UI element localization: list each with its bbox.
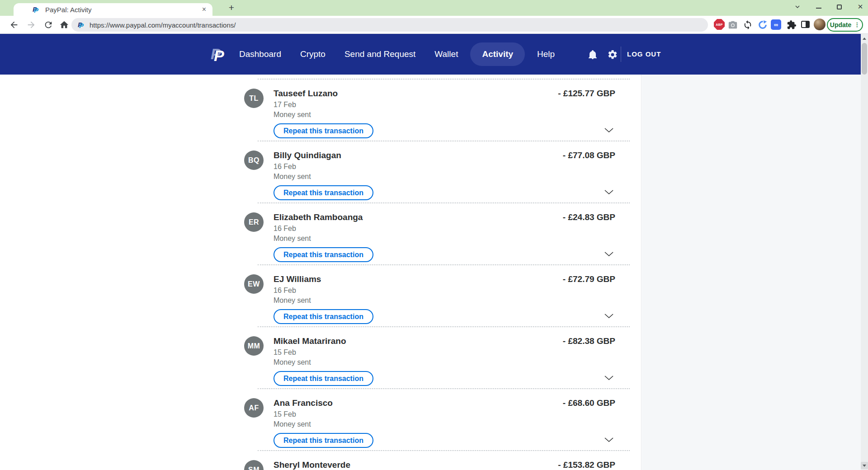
nav-item-activity[interactable]: Activity <box>470 42 525 66</box>
repeat-transaction-button[interactable]: Repeat this transaction <box>274 433 373 448</box>
transaction-date: 16 Feb <box>274 224 641 233</box>
browser-toolbar: PP https://www.paypal.com/myaccount/tran… <box>0 16 868 34</box>
transaction-type: Money sent <box>274 234 641 243</box>
transaction-amount: - £77.08 GBP <box>563 150 615 160</box>
transaction-date: 15 Feb <box>274 348 641 357</box>
maximize-button[interactable] <box>837 5 842 9</box>
repeat-transaction-button[interactable]: Repeat this transaction <box>274 123 373 138</box>
nav-item-dashboard[interactable]: Dashboard <box>230 49 291 59</box>
transaction-amount: - £24.83 GBP <box>563 212 615 222</box>
page-side-background <box>642 75 861 470</box>
back-icon[interactable] <box>9 20 19 30</box>
profile-avatar[interactable] <box>814 19 826 30</box>
transaction-date: 17 Feb <box>274 100 641 109</box>
avatar: MM <box>244 336 264 356</box>
close-window-button[interactable]: ✕ <box>857 4 863 10</box>
avatar: EW <box>244 274 264 294</box>
transaction-type: Money sent <box>274 358 641 367</box>
avatar: BQ <box>244 150 264 170</box>
browser-window: PP PayPal: Activity × + ✕ PP https://www… <box>0 0 868 470</box>
transaction-amount: - £82.38 GBP <box>563 336 615 346</box>
scrollbar-thumb[interactable] <box>862 43 867 75</box>
transaction-date: 16 Feb <box>274 286 641 295</box>
transaction-amount: - £153.82 GBP <box>558 460 615 470</box>
transaction-row: AF Ana Francisco 15 Feb Money sent Repea… <box>0 389 641 450</box>
nav-item-send-and-request[interactable]: Send and Request <box>335 49 425 59</box>
repeat-transaction-button[interactable]: Repeat this transaction <box>274 309 373 324</box>
sync-extension-icon[interactable] <box>743 20 753 30</box>
update-label: Update <box>830 21 851 28</box>
transaction-row: TL Tauseef Luzano 17 Feb Money sent Repe… <box>0 80 641 141</box>
transaction-row: EW EJ Williams 16 Feb Money sent Repeat … <box>0 265 641 326</box>
transaction-type: Money sent <box>274 296 641 305</box>
window-controls: ✕ <box>794 0 863 14</box>
chevron-down-icon[interactable] <box>603 250 615 259</box>
link-extension-icon[interactable]: ∞ <box>771 19 781 30</box>
avatar: ER <box>244 212 264 232</box>
transaction-type: Money sent <box>274 420 641 428</box>
avatar: AF <box>244 398 264 418</box>
forward-icon[interactable] <box>26 20 36 30</box>
transaction-amount: - £72.79 GBP <box>563 274 615 284</box>
transaction-type: Money sent <box>274 110 641 119</box>
adblock-extension-icon[interactable]: ABP <box>714 19 725 30</box>
repeat-transaction-button[interactable]: Repeat this transaction <box>274 185 373 200</box>
camera-extension-icon[interactable] <box>728 20 738 30</box>
repeat-transaction-button[interactable]: Repeat this transaction <box>274 371 373 386</box>
url-favicon-icon: PP <box>78 21 85 28</box>
chevron-down-icon[interactable] <box>603 436 615 445</box>
settings-gear-icon[interactable] <box>607 49 618 60</box>
browser-menu-icon[interactable]: ⋮ <box>854 23 860 27</box>
nav-item-crypto[interactable]: Crypto <box>291 49 335 59</box>
nav-item-wallet[interactable]: Wallet <box>425 49 467 59</box>
avatar: TL <box>244 89 264 108</box>
repeat-transaction-button[interactable]: Repeat this transaction <box>274 247 373 262</box>
extensions-puzzle-icon[interactable] <box>787 20 797 30</box>
transactions-list: TL Tauseef Luzano 17 Feb Money sent Repe… <box>0 75 642 470</box>
update-button[interactable]: Update ⋮ <box>827 18 863 32</box>
tab-close-icon[interactable]: × <box>202 5 206 14</box>
home-icon[interactable] <box>59 20 69 30</box>
refresh-circle-extension-icon[interactable] <box>758 20 768 30</box>
minimize-button[interactable] <box>816 5 821 9</box>
url-text: https://www.paypal.com/myaccount/transac… <box>90 21 236 29</box>
transaction-date: 16 Feb <box>274 162 641 171</box>
transaction-amount: - £125.77 GBP <box>558 89 615 99</box>
browser-tab[interactable]: PP PayPal: Activity × <box>14 3 212 16</box>
paypal-favicon-icon: PP <box>33 6 40 13</box>
logout-button[interactable]: LOG OUT <box>627 50 661 58</box>
transaction-row: MM Mikael Matarirano 15 Feb Money sent R… <box>0 327 641 388</box>
scroll-down-icon[interactable] <box>861 462 868 469</box>
tab-strip: PP PayPal: Activity × + ✕ <box>0 0 868 16</box>
transaction-amount: - £68.60 GBP <box>563 398 615 408</box>
menu-caret-icon[interactable] <box>794 4 801 10</box>
nav-divider <box>621 47 621 62</box>
chevron-down-icon[interactable] <box>603 312 615 321</box>
transaction-row: BQ Billy Quindiagan 16 Feb Money sent Re… <box>0 141 641 202</box>
new-tab-button[interactable]: + <box>225 1 238 14</box>
chevron-down-icon[interactable] <box>603 127 615 135</box>
nav-item-help[interactable]: Help <box>528 49 564 59</box>
paypal-logo[interactable]: PP <box>211 46 226 64</box>
reload-icon[interactable] <box>43 20 53 30</box>
transaction-row: ER Elizabeth Ramboanga 16 Feb Money sent… <box>0 203 641 264</box>
tab-title: PayPal: Activity <box>45 6 92 14</box>
notifications-bell-icon[interactable] <box>587 49 598 60</box>
address-bar[interactable]: PP https://www.paypal.com/myaccount/tran… <box>71 18 708 32</box>
transaction-date: 15 Feb <box>274 410 641 418</box>
chevron-down-icon[interactable] <box>603 374 615 383</box>
scrollbar[interactable] <box>861 34 868 470</box>
side-panel-icon[interactable] <box>801 21 810 28</box>
chevron-down-icon[interactable] <box>603 188 615 197</box>
scroll-up-icon[interactable] <box>861 35 868 42</box>
paypal-menu: Dashboard Crypto Send and Request Wallet… <box>230 34 564 75</box>
paypal-navbar: PP Dashboard Crypto Send and Request Wal… <box>0 34 861 75</box>
transaction-row: SM Sheryl Monteverde - £153.82 GBP <box>0 451 641 470</box>
transaction-type: Money sent <box>274 172 641 181</box>
